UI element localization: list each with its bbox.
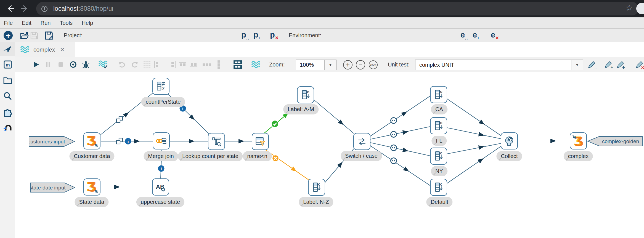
node-label[interactable]: NY (431, 166, 447, 176)
bookmark-star-icon[interactable]: ☆ (626, 3, 633, 12)
transform-merge-join[interactable] (153, 132, 170, 149)
transform-ny[interactable]: c (430, 148, 447, 165)
menu-run[interactable]: Run (41, 20, 51, 26)
perspective-neo4j[interactable] (0, 120, 15, 135)
zoom-combo-arrow-icon[interactable]: ▼ (324, 60, 336, 70)
transform-lookup[interactable] (208, 133, 225, 150)
perspective-search[interactable] (0, 89, 15, 103)
node-label[interactable]: State data (75, 197, 108, 207)
unit-test-combo[interactable]: complex UNIT ▼ (415, 60, 583, 70)
align-left-button[interactable] (153, 60, 160, 69)
url-text[interactable]: localhost:8080/hop/ui (53, 5, 113, 12)
environment-add-button[interactable]: e+ (473, 29, 479, 42)
tab-close-icon[interactable]: ✕ (60, 46, 65, 53)
url-bar[interactable]: localhost:8080/hop/ui (36, 2, 639, 15)
edge-default-collect[interactable] (447, 146, 502, 183)
menu-edit[interactable]: Edit (22, 20, 31, 26)
open-file-button[interactable] (20, 29, 29, 42)
browser-forward-button[interactable] (18, 2, 31, 15)
node-label[interactable]: Merge join (144, 151, 178, 161)
copy-rows-icons[interactable] (116, 117, 123, 144)
align-right-button[interactable] (169, 60, 176, 69)
tab-complex[interactable]: complex ✕ (15, 42, 75, 57)
redo-button[interactable] (131, 61, 138, 68)
edge-filter-false[interactable] (265, 149, 309, 180)
check-pipeline-button[interactable] (98, 60, 108, 69)
switch-target-icons[interactable] (391, 118, 397, 164)
unit-test-value[interactable]: complex UNIT (419, 62, 571, 68)
menu-file[interactable]: File (4, 20, 13, 26)
transform-collect[interactable] (501, 132, 518, 149)
project-edit-button[interactable]: p‥ (241, 29, 249, 42)
align-bottom-button[interactable] (190, 61, 198, 68)
unit-test-combo-arrow-icon[interactable]: ▼ (571, 60, 583, 70)
zoom-combo[interactable]: 100% ▼ (296, 60, 336, 70)
transform-filter-rows[interactable] (252, 133, 269, 150)
show-execution-results-button[interactable] (232, 59, 243, 70)
new-item-button[interactable]: + (4, 31, 13, 40)
project-add-button[interactable]: p+ (253, 29, 261, 42)
zoom-value[interactable]: 100% (300, 62, 324, 68)
pipeline-canvas[interactable]: i i i customers-input state-date input (15, 72, 644, 238)
menu-tools[interactable]: Tools (60, 20, 73, 26)
pause-button[interactable] (45, 61, 51, 68)
align-top-button[interactable] (179, 61, 187, 68)
zoom-in-button[interactable]: + (343, 60, 353, 69)
node-label[interactable]: Customer data (69, 151, 114, 161)
zoom-reset-button[interactable]: 100% (369, 60, 378, 69)
transform-uppercase-state[interactable]: AB (152, 178, 169, 196)
stop-button[interactable] (58, 61, 64, 68)
transform-state-data[interactable]: Ʒ Ʒ (83, 178, 100, 196)
node-label[interactable]: complex (564, 151, 593, 161)
node-label[interactable]: Label: N-Z (299, 197, 333, 207)
zoom-out-button[interactable]: − (356, 60, 365, 69)
unit-test-delete-button[interactable] (635, 60, 644, 69)
filter-true-icon[interactable] (272, 121, 279, 127)
site-info-icon[interactable] (41, 5, 48, 13)
edge-ca-collect[interactable] (447, 99, 501, 136)
edge-labelam-switch[interactable] (313, 99, 354, 133)
transform-complex[interactable]: Ʒ Ʒ (570, 132, 587, 149)
snap-to-grid-button[interactable] (143, 60, 151, 69)
undo-button[interactable] (118, 61, 126, 68)
input-marker-customers[interactable]: customers-input (29, 136, 75, 147)
save-as-button[interactable] (44, 29, 54, 42)
project-delete-button[interactable]: p✕ (270, 29, 279, 42)
node-label[interactable]: name<n (243, 151, 272, 161)
node-label[interactable]: Lookup count per state (178, 151, 243, 161)
perspective-plugins[interactable] (0, 105, 15, 119)
node-label[interactable]: uppercase state (136, 197, 184, 207)
node-label[interactable]: CA (431, 104, 447, 114)
node-label[interactable]: countPerState (141, 97, 185, 107)
distribute-horizontal-button[interactable] (202, 62, 211, 67)
edge-switch-fl[interactable] (370, 127, 430, 139)
transform-default[interactable]: c (430, 179, 447, 196)
menu-help[interactable]: Help (82, 20, 93, 26)
perspective-file-explorer[interactable] (0, 73, 15, 88)
output-marker-complex-golden[interactable]: complex-golden (587, 136, 643, 146)
transform-switch-case[interactable] (353, 133, 370, 150)
perspective-metadata[interactable]: m (0, 57, 15, 72)
node-label[interactable]: FL (431, 136, 447, 146)
transform-label-am[interactable]: c (297, 86, 314, 103)
browser-back-button[interactable] (4, 2, 17, 15)
environment-delete-button[interactable]: e✕ (491, 29, 499, 42)
unit-test-create-button[interactable]: + (604, 60, 613, 69)
input-marker-statedate[interactable]: state-date input (30, 183, 75, 192)
transform-countperstate[interactable]: Σ (152, 78, 169, 95)
preview-button[interactable] (69, 61, 77, 68)
unit-test-detach-button[interactable] (616, 60, 625, 69)
node-label[interactable]: Label: A-M (283, 104, 319, 114)
node-label[interactable]: Collect (496, 151, 522, 161)
transform-label-nz[interactable]: c (308, 179, 325, 196)
debug-button[interactable] (82, 60, 90, 69)
run-button[interactable] (33, 61, 40, 68)
distribute-vertical-button[interactable] (216, 60, 221, 69)
perspective-data-orchestration[interactable] (0, 42, 15, 56)
unit-test-edit-button[interactable]: … (587, 60, 597, 69)
edge-switch-ca[interactable] (370, 96, 431, 136)
transform-customer-data[interactable]: Ʒ Ʒ (83, 132, 100, 149)
save-button[interactable] (30, 29, 39, 42)
node-label[interactable]: Default (426, 197, 452, 207)
transform-ca[interactable]: c (430, 86, 447, 103)
